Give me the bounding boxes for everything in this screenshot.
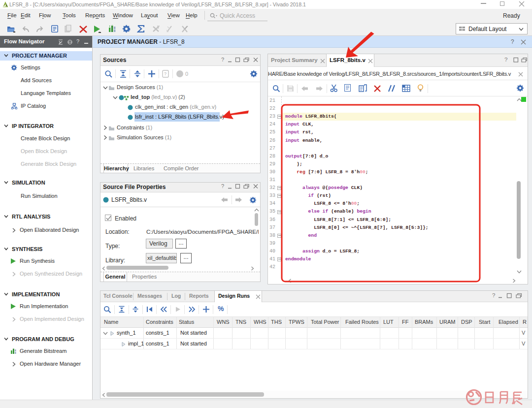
svg-text:?: ? <box>221 183 224 189</box>
svg-text:?: ? <box>504 57 507 63</box>
svg-text:?: ? <box>492 292 495 298</box>
svg-text:0: 0 <box>185 71 188 77</box>
svg-text:?: ? <box>164 71 166 76</box>
svg-text:?: ? <box>221 57 224 63</box>
